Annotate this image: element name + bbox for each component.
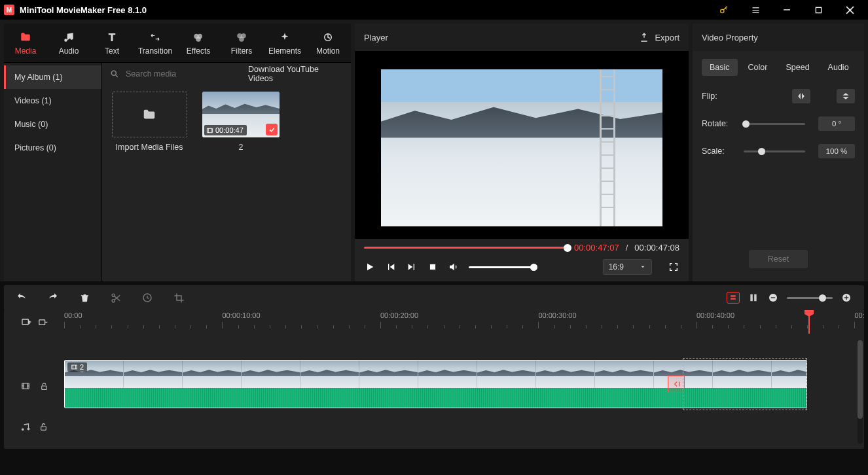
remove-track-button[interactable] xyxy=(38,317,48,327)
rotate-slider[interactable] xyxy=(744,123,805,125)
sparkle-icon xyxy=(278,31,291,44)
timeline-view-2-button[interactable] xyxy=(748,292,759,304)
scale-value[interactable]: 100 % xyxy=(818,144,855,158)
download-youtube-link[interactable]: Download YouTube Videos xyxy=(235,65,343,83)
sidebar-item-music[interactable]: Music (0) xyxy=(4,113,101,136)
scale-slider[interactable] xyxy=(744,150,805,152)
stop-button[interactable] xyxy=(427,261,439,273)
seek-slider[interactable] xyxy=(364,247,568,249)
reset-button[interactable]: Reset xyxy=(749,250,808,268)
tab-color[interactable]: Color xyxy=(740,59,776,76)
tab-audio[interactable]: Audio xyxy=(47,24,90,62)
media-folder-sidebar: My Album (1) Videos (1) Music (0) Pictur… xyxy=(4,63,102,281)
close-button[interactable] xyxy=(837,0,863,20)
volume-icon[interactable] xyxy=(448,261,460,273)
speed-button[interactable] xyxy=(141,292,153,304)
svg-point-13 xyxy=(112,299,115,302)
tab-label: Elements xyxy=(268,46,301,56)
timeline-view-1-button[interactable] xyxy=(727,292,740,304)
svg-rect-26 xyxy=(22,383,29,389)
tab-basic[interactable]: Basic xyxy=(702,59,738,76)
clip-tag: 2 xyxy=(67,362,87,372)
flip-horizontal-button[interactable] xyxy=(792,89,810,103)
time-ruler[interactable]: 00:0000:00:10:0000:00:20:0000:00:30:0000… xyxy=(64,310,864,334)
time-total: 00:00:47:08 xyxy=(634,243,679,253)
next-frame-button[interactable] xyxy=(406,261,418,273)
split-button[interactable] xyxy=(110,292,122,304)
folder-icon xyxy=(19,31,32,44)
property-tabs: Basic Color Speed Audio xyxy=(702,59,855,76)
flip-vertical-button[interactable] xyxy=(837,89,855,103)
sidebar-item-pictures[interactable]: Pictures (0) xyxy=(4,136,101,160)
play-button[interactable] xyxy=(364,261,376,273)
download-link-label: Download YouTube Videos xyxy=(248,65,343,83)
video-track[interactable]: 2 xyxy=(64,360,864,412)
svg-point-12 xyxy=(112,294,115,296)
tab-media[interactable]: Media xyxy=(4,24,47,62)
clip-duration-badge: 00:00:47 xyxy=(204,125,247,135)
redo-button[interactable] xyxy=(47,292,59,304)
export-button[interactable]: Export xyxy=(639,32,679,43)
chevron-down-icon xyxy=(640,264,646,270)
add-track-button[interactable] xyxy=(21,317,31,327)
export-label: Export xyxy=(655,33,679,43)
tab-transition[interactable]: Transition xyxy=(134,24,177,62)
tab-elements[interactable]: Elements xyxy=(263,24,306,62)
sidebar-item-videos[interactable]: Videos (1) xyxy=(4,89,101,113)
import-caption: Import Media Files xyxy=(116,143,183,152)
clip-selected-check-icon xyxy=(266,124,278,135)
rotate-value[interactable]: 0 ° xyxy=(818,116,855,131)
trim-handle[interactable] xyxy=(668,376,685,393)
timeline-scrollbar[interactable] xyxy=(858,340,863,444)
video-property-panel: Video Property Basic Color Speed Audio F… xyxy=(693,24,864,281)
prev-frame-button[interactable] xyxy=(385,261,397,273)
upgrade-key-icon[interactable] xyxy=(711,0,737,20)
minimize-button[interactable] xyxy=(774,0,800,20)
import-media-button[interactable] xyxy=(112,92,187,137)
volume-slider[interactable] xyxy=(469,266,534,268)
clip-caption: 2 xyxy=(239,143,244,152)
video-preview[interactable] xyxy=(381,69,662,226)
playhead[interactable] xyxy=(808,310,810,334)
maximize-button[interactable] xyxy=(805,0,831,20)
svg-rect-11 xyxy=(430,264,435,270)
zoom-slider[interactable] xyxy=(787,297,833,299)
lock-audio-icon[interactable] xyxy=(39,422,48,432)
delete-button[interactable] xyxy=(79,292,90,304)
svg-point-7 xyxy=(239,37,244,42)
zoom-in-button[interactable] xyxy=(841,292,852,304)
titlebar: M MiniTool MovieMaker Free 8.1.0 xyxy=(0,0,868,20)
lock-track-icon[interactable] xyxy=(40,381,48,391)
crop-button[interactable] xyxy=(173,292,185,304)
tab-filters[interactable]: Filters xyxy=(220,24,263,62)
rotate-label: Rotate: xyxy=(702,119,737,128)
tab-motion[interactable]: Motion xyxy=(306,24,350,62)
tab-speed[interactable]: Speed xyxy=(778,59,817,76)
undo-button[interactable] xyxy=(16,292,27,304)
tab-label: Text xyxy=(105,46,119,56)
svg-point-0 xyxy=(721,9,724,12)
tab-effects[interactable]: Effects xyxy=(177,24,220,62)
fullscreen-button[interactable] xyxy=(668,261,679,273)
media-clip-thumbnail[interactable]: 00:00:47 xyxy=(202,92,280,137)
tab-label: Transition xyxy=(138,46,172,56)
tab-label: Filters xyxy=(231,46,253,56)
zoom-out-button[interactable] xyxy=(767,292,779,304)
sidebar-item-my-album[interactable]: My Album (1) xyxy=(4,65,101,89)
svg-point-9 xyxy=(111,71,116,75)
tab-text[interactable]: Text xyxy=(90,24,134,62)
tab-audio-prop[interactable]: Audio xyxy=(820,59,857,76)
svg-rect-27 xyxy=(41,385,46,389)
flip-label: Flip: xyxy=(702,92,737,101)
music-note-icon xyxy=(62,31,75,44)
svg-rect-15 xyxy=(731,295,736,297)
audio-track-icon xyxy=(20,422,30,432)
tab-label: Audio xyxy=(59,46,79,56)
download-icon xyxy=(235,69,244,79)
search-input[interactable] xyxy=(124,69,230,79)
audio-track[interactable] xyxy=(64,412,864,441)
menu-icon[interactable] xyxy=(742,0,769,20)
media-library-panel: Media Audio Text Transition Effects Filt… xyxy=(4,24,351,281)
aspect-ratio-select[interactable]: 16:9 xyxy=(603,259,652,275)
video-track-icon xyxy=(20,381,31,391)
